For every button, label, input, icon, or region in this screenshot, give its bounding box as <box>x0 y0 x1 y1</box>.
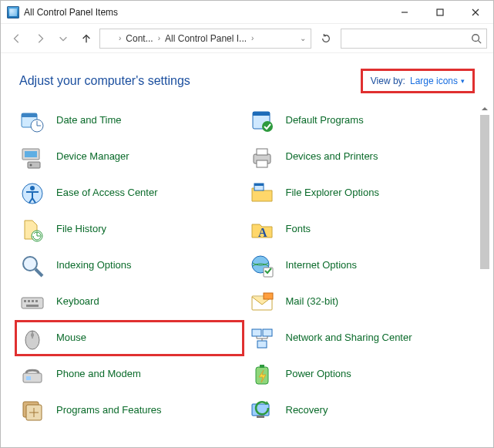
svg-rect-30 <box>23 373 42 382</box>
item-mouse[interactable]: Mouse <box>15 320 244 356</box>
page-title: Adjust your computer's settings <box>19 74 190 88</box>
svg-text:A: A <box>258 226 267 239</box>
svg-rect-22 <box>24 300 26 302</box>
svg-line-20 <box>35 269 42 276</box>
svg-line-6 <box>479 40 482 43</box>
svg-rect-14 <box>28 162 40 168</box>
view-by-value[interactable]: Large icons ▾ <box>410 76 465 86</box>
address-bar[interactable]: › Cont... › All Control Panel I... › ⌄ <box>99 29 311 49</box>
item-label: Devices and Printers <box>286 151 378 163</box>
item-indexing-options[interactable]: Indexing Options <box>15 248 244 284</box>
back-button[interactable] <box>7 29 27 49</box>
up-button[interactable] <box>76 29 96 49</box>
svg-rect-31 <box>26 376 31 380</box>
item-label: Keyboard <box>56 296 99 308</box>
item-fonts[interactable]: A Fonts <box>244 211 474 248</box>
item-mail[interactable]: Mail (32-bit) <box>244 284 474 320</box>
item-label: Mouse <box>56 332 86 344</box>
chevron-down-icon[interactable]: ⌄ <box>298 34 307 42</box>
chevron-down-icon: ▾ <box>461 77 465 85</box>
svg-rect-38 <box>257 149 267 155</box>
item-default-programs[interactable]: Default Programs <box>244 103 474 139</box>
svg-rect-26 <box>26 305 39 307</box>
svg-rect-53 <box>257 416 264 418</box>
item-file-history[interactable]: File History <box>15 211 244 248</box>
view-by-selector[interactable]: View by: Large icons ▾ <box>361 69 475 93</box>
indexing-icon <box>19 253 45 279</box>
svg-rect-25 <box>35 300 38 302</box>
svg-point-5 <box>472 34 479 41</box>
ease-of-access-icon <box>19 180 45 207</box>
item-internet-options[interactable]: Internet Options <box>244 248 474 284</box>
scroll-track[interactable] <box>479 115 491 448</box>
item-devices-printers[interactable]: Devices and Printers <box>244 139 474 175</box>
minimize-button[interactable] <box>387 1 422 24</box>
item-label: Power Options <box>286 369 351 380</box>
item-label: Device Manager <box>56 151 129 163</box>
close-button[interactable] <box>458 1 493 24</box>
svg-rect-23 <box>28 300 30 302</box>
item-date-time[interactable]: Date and Time <box>15 103 244 139</box>
chevron-right-icon: › <box>117 34 123 42</box>
vertical-scrollbar[interactable] <box>479 103 491 448</box>
items-grid: Date and Time Device Manager Ease of Acc… <box>15 103 473 448</box>
item-programs-features[interactable]: Programs and Features <box>15 392 244 429</box>
phone-modem-icon <box>19 362 45 388</box>
breadcrumb[interactable]: All Control Panel I... <box>165 33 247 44</box>
mouse-icon <box>19 325 45 352</box>
svg-rect-24 <box>32 300 34 302</box>
svg-point-15 <box>30 163 32 166</box>
svg-point-36 <box>262 121 273 132</box>
item-label: File History <box>56 224 106 235</box>
breadcrumb[interactable]: Cont... <box>126 33 153 44</box>
folder-options-icon <box>249 180 275 207</box>
chevron-right-icon: › <box>156 34 162 42</box>
svg-rect-39 <box>257 160 267 167</box>
search-icon <box>471 33 482 44</box>
item-device-manager[interactable]: Device Manager <box>15 139 244 175</box>
item-label: Programs and Features <box>56 405 162 416</box>
item-label: Mail (32-bit) <box>286 296 339 308</box>
control-panel-icon <box>103 33 114 44</box>
forward-button[interactable] <box>30 29 50 49</box>
refresh-button[interactable] <box>314 29 338 49</box>
keyboard-icon <box>19 289 45 315</box>
recent-locations-button[interactable] <box>53 29 73 49</box>
device-manager-icon <box>19 144 45 170</box>
chevron-right-icon: › <box>250 34 255 42</box>
scroll-up-button[interactable] <box>479 103 491 115</box>
window-title: All Control Panel Items <box>24 7 118 18</box>
svg-rect-13 <box>25 151 37 157</box>
item-label: Indexing Options <box>56 260 132 271</box>
printer-icon <box>249 144 275 170</box>
item-label: File Explorer Options <box>286 187 379 199</box>
item-network-sharing[interactable]: Network and Sharing Center <box>244 320 474 356</box>
svg-point-19 <box>23 257 37 271</box>
item-label: Recovery <box>286 405 328 416</box>
item-label: Internet Options <box>286 260 358 271</box>
navigation-bar: › Cont... › All Control Panel I... › ⌄ <box>1 24 493 53</box>
svg-rect-35 <box>253 112 270 116</box>
item-phone-modem[interactable]: Phone and Modem <box>15 356 244 392</box>
svg-rect-49 <box>257 341 267 348</box>
item-file-explorer-options[interactable]: File Explorer Options <box>244 175 474 211</box>
fonts-icon: A <box>249 217 275 243</box>
view-by-label: View by: <box>371 76 405 86</box>
item-label: Fonts <box>286 224 311 235</box>
item-power-options[interactable]: Power Options <box>244 356 474 392</box>
svg-point-17 <box>30 186 35 190</box>
search-input[interactable] <box>341 29 487 49</box>
scroll-thumb[interactable] <box>480 115 489 269</box>
network-icon <box>249 325 275 352</box>
default-programs-icon <box>249 108 275 134</box>
programs-icon <box>19 398 45 424</box>
item-label: Phone and Modem <box>56 369 141 380</box>
item-keyboard[interactable]: Keyboard <box>15 284 244 320</box>
item-label: Default Programs <box>286 115 364 126</box>
item-ease-of-access[interactable]: Ease of Access Center <box>15 175 244 211</box>
svg-rect-1 <box>437 9 443 15</box>
item-recovery[interactable]: Recovery <box>244 392 474 429</box>
maximize-button[interactable] <box>422 1 458 24</box>
svg-rect-48 <box>263 329 272 336</box>
mail-icon <box>249 289 275 315</box>
